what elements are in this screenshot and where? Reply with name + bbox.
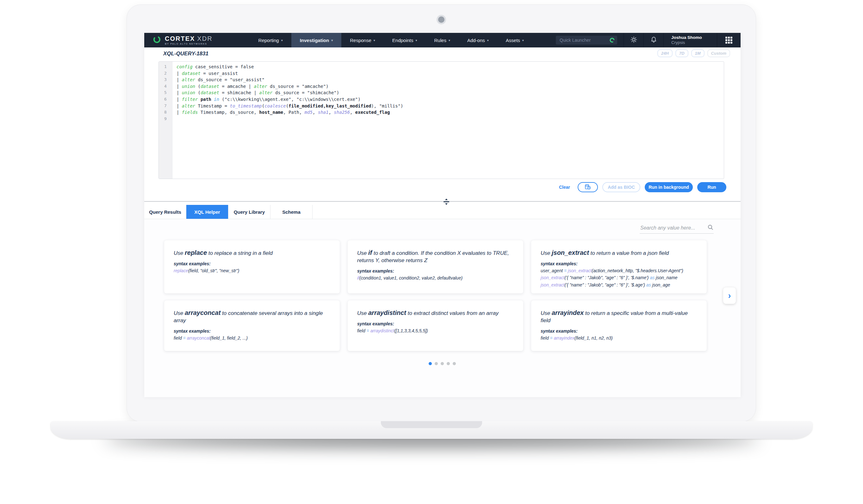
example-line: field = arrayindex(field_1, n1, n2, n3)	[541, 335, 699, 341]
tab-schema[interactable]: Schema	[271, 205, 313, 219]
laptop-frame: CORTEXXDR BY PALO ALTO NETWORKS Reportin…	[127, 4, 756, 422]
helper-card-replace: Use replace to replace a string in a fie…	[164, 240, 340, 293]
nav-item-endpoints[interactable]: Endpoints▾	[384, 33, 426, 48]
card-examples: user_agent = json_extract(action_network…	[541, 267, 699, 288]
camera-icon	[438, 16, 445, 23]
nav-item-investigation[interactable]: Investigation▾	[291, 33, 342, 48]
card-title: Use arrayindex to return a specific valu…	[541, 308, 699, 324]
time-range-1m[interactable]: 1M	[691, 49, 704, 57]
line-number: 2	[159, 70, 172, 77]
time-range-custom[interactable]: Custom	[708, 49, 730, 57]
syntax-examples-label: syntax examples:	[174, 261, 332, 266]
nav-item-label: Investigation	[300, 38, 329, 43]
bell-icon	[650, 36, 658, 45]
code-text: | filter path in ("c:\\kworking\\agent.e…	[172, 96, 361, 103]
brand-title: CORTEXXDR	[165, 35, 213, 42]
helper-card-arrayindex: Use arrayindex to return a specific valu…	[531, 300, 707, 351]
code-line[interactable]: 1config case_sensitive = false	[159, 64, 724, 70]
app-launcher-button[interactable]	[717, 37, 741, 43]
code-line[interactable]: 3| alter ds_source = "user_assist"	[159, 76, 724, 83]
laptop-base	[51, 421, 812, 439]
tab-xql-helper[interactable]: XQL Helper	[186, 205, 228, 219]
user-menu[interactable]: Joshua Shomo Crypsis	[664, 35, 717, 46]
tab-query-library[interactable]: Query Library	[228, 205, 271, 219]
code-text: | alter Timestamp = to_timestamp(coalesc…	[172, 103, 403, 110]
quick-launcher-icon[interactable]	[609, 37, 615, 44]
nav-right: Joshua Shomo Crypsis	[556, 33, 741, 48]
line-number: 4	[159, 83, 172, 90]
example-line: json_extract('{ "name" : "Jakob", "age" …	[541, 274, 699, 281]
chevron-down-icon: ▾	[449, 39, 450, 42]
chevron-down-icon: ▾	[416, 39, 417, 42]
carousel-next-icon: ›	[728, 291, 731, 301]
line-number: 5	[159, 89, 172, 96]
results-tabs: Query ResultsXQL HelperQuery LibrarySche…	[144, 205, 741, 219]
nav-item-reporting[interactable]: Reporting▾	[250, 33, 291, 48]
code-line[interactable]: 6| filter path in ("c:\\kworking\\agent.…	[159, 96, 724, 103]
helper-card-if: Use if to draft a condition. If the cond…	[348, 240, 523, 293]
code-line[interactable]: 8| fields Timestamp, ds_source, host_nam…	[159, 109, 724, 116]
helper-card-arrayconcat: Use arrayconcat to concatenate several a…	[164, 300, 340, 351]
code-text	[172, 116, 176, 122]
panel-splitter[interactable]	[144, 201, 741, 202]
add-as-bioc-button[interactable]: Add as BIOC	[602, 182, 640, 192]
run-button[interactable]: Run	[697, 182, 726, 192]
card-examples: field = arraydistinct([1,1,3,3,4,5,5,5])	[357, 327, 515, 334]
search-input[interactable]	[640, 225, 708, 231]
example-line: field = arrayconcat(field_1, field_2, ..…	[174, 335, 332, 341]
nav-item-rules[interactable]: Rules▾	[426, 33, 459, 48]
nav-item-response[interactable]: Response▾	[341, 33, 384, 48]
carousel-dot-3[interactable]	[441, 362, 444, 365]
gear-icon	[630, 36, 637, 45]
settings-button[interactable]	[624, 36, 643, 45]
query-actions: Clear Add as BIOC Run in background Run	[559, 182, 726, 192]
app-window: CORTEXXDR BY PALO ALTO NETWORKS Reportin…	[144, 33, 741, 397]
quick-launcher-input[interactable]	[556, 36, 617, 45]
chevron-down-icon: ▾	[374, 39, 375, 42]
syntax-examples-label: syntax examples:	[541, 328, 699, 333]
run-in-background-button[interactable]: Run in background	[645, 182, 693, 192]
carousel-dot-4[interactable]	[447, 362, 450, 365]
schedule-icon	[584, 184, 591, 191]
card-title: Use json_extract to return a value from …	[541, 249, 699, 257]
card-examples: if(condition1, value1, condition2, value…	[357, 275, 515, 281]
nav-item-label: Response	[350, 38, 371, 43]
xql-editor[interactable]: 1config case_sensitive = false2| dataset…	[159, 61, 724, 179]
example-line: user_agent = json_extract(action_network…	[541, 267, 699, 274]
carousel-dot-1[interactable]	[429, 362, 432, 365]
line-number: 8	[159, 109, 172, 116]
quick-launcher[interactable]	[556, 36, 617, 45]
clear-button[interactable]: Clear	[559, 185, 570, 190]
code-text: | union (dataset = amcache | alter ds_so…	[172, 83, 329, 90]
tab-query-results[interactable]: Query Results	[144, 205, 186, 219]
syntax-examples-label: syntax examples:	[541, 261, 699, 266]
helper-search[interactable]	[640, 224, 714, 234]
time-range-24h[interactable]: 24H	[658, 49, 673, 57]
brand: CORTEXXDR BY PALO ALTO NETWORKS	[144, 33, 213, 48]
nav-item-assets[interactable]: Assets▾	[497, 33, 533, 48]
code-line[interactable]: 9	[159, 116, 724, 122]
time-range-7d[interactable]: 7D	[675, 49, 688, 57]
code-text: | dataset = user_assist	[172, 70, 238, 77]
nav-item-addons[interactable]: Add-ons▾	[459, 33, 497, 48]
app-grid-icon	[725, 37, 732, 43]
example-line: if(condition1, value1, condition2, value…	[357, 275, 515, 281]
carousel-dot-2[interactable]	[435, 362, 438, 365]
code-text: config case_sensitive = false	[172, 64, 254, 70]
carousel-dot-5[interactable]	[453, 362, 456, 365]
syntax-examples-label: syntax examples:	[357, 268, 515, 274]
code-line[interactable]: 5| union (dataset = shimcache | alter ds…	[159, 89, 724, 96]
carousel-next-button[interactable]: ›	[723, 287, 736, 304]
code-line[interactable]: 2| dataset = user_assist	[159, 70, 724, 77]
nav-item-label: Rules	[434, 38, 446, 43]
schedule-button[interactable]	[578, 182, 598, 192]
code-line[interactable]: 4| union (dataset = amcache | alter ds_s…	[159, 83, 724, 90]
nav-item-label: Add-ons	[467, 38, 485, 43]
search-icon	[708, 224, 714, 232]
code-line[interactable]: 7| alter Timestamp = to_timestamp(coales…	[159, 103, 724, 110]
cortex-logo-icon	[152, 35, 161, 45]
notifications-button[interactable]	[644, 36, 663, 45]
top-nav: CORTEXXDR BY PALO ALTO NETWORKS Reportin…	[144, 33, 741, 48]
card-title: Use arrayconcat to concatenate several a…	[174, 308, 332, 324]
chevron-down-icon: ▾	[331, 39, 333, 42]
